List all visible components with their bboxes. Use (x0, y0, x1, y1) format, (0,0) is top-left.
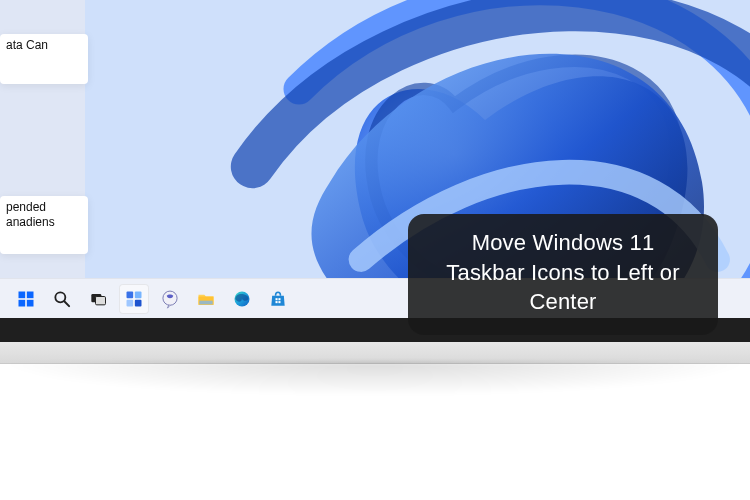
svg-rect-11 (127, 299, 134, 306)
fragment-text: anadiens (6, 215, 82, 230)
windows-logo-icon (16, 289, 36, 309)
fragment-text: pended (6, 200, 82, 215)
svg-rect-2 (27, 291, 34, 298)
start-button[interactable] (11, 284, 41, 314)
chat-button[interactable] (155, 284, 185, 314)
svg-rect-1 (19, 291, 26, 298)
store-button[interactable] (263, 284, 293, 314)
svg-rect-4 (27, 299, 34, 306)
svg-rect-9 (127, 291, 134, 298)
search-icon (52, 289, 72, 309)
widgets-button[interactable] (119, 284, 149, 314)
edge-icon (232, 289, 252, 309)
svg-point-13 (163, 291, 177, 305)
svg-rect-14 (199, 300, 212, 304)
svg-rect-16 (276, 298, 278, 300)
svg-rect-19 (278, 301, 280, 303)
caption-overlay: Move Windows 11 Taskbar Icons to Left or… (408, 214, 718, 335)
svg-rect-3 (19, 299, 26, 306)
window-fragment: ata Can (0, 34, 88, 84)
device-base (0, 342, 750, 364)
folder-icon (196, 289, 216, 309)
task-view-button[interactable] (83, 284, 113, 314)
edge-button[interactable] (227, 284, 257, 314)
widgets-icon (124, 289, 144, 309)
task-view-icon (88, 289, 108, 309)
fragment-text: ata Can (6, 38, 82, 53)
search-button[interactable] (47, 284, 77, 314)
svg-rect-12 (135, 299, 142, 306)
device-shadow (0, 362, 750, 396)
svg-line-6 (65, 301, 70, 306)
svg-rect-10 (135, 291, 142, 298)
svg-rect-18 (276, 301, 278, 303)
file-explorer-button[interactable] (191, 284, 221, 314)
svg-rect-8 (96, 296, 106, 304)
svg-rect-17 (278, 298, 280, 300)
window-fragment: pended anadiens (0, 196, 88, 254)
store-icon (268, 289, 288, 309)
chat-icon (160, 289, 180, 309)
